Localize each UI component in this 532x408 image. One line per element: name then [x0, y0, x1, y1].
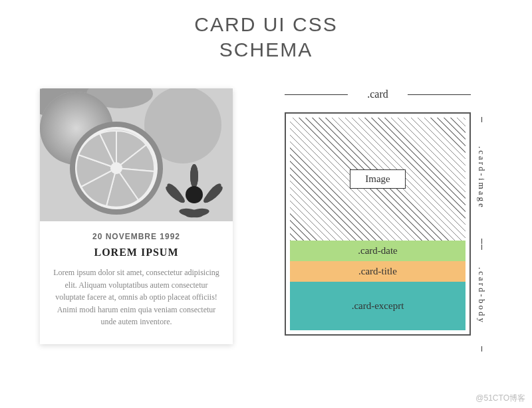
schema-excerpt-region: .card-exceprt	[290, 282, 466, 330]
page-heading: CARD UI CSS SCHEMA	[0, 12, 532, 62]
svg-point-9	[110, 162, 122, 174]
schema-box: Image .card-date .card-title .card-excep…	[285, 112, 471, 336]
schema-title-region: .card-title	[290, 261, 466, 282]
watermark: @51CTO博客	[475, 393, 525, 404]
content-row: 20 NOVEMBRE 1992 LOREM IPSUM Lorem ipsum…	[0, 62, 532, 344]
schema-diagram: .card .card-image .card-body Image .card…	[285, 88, 492, 336]
svg-point-17	[190, 164, 198, 188]
schema-side-body-label: .card-body	[476, 244, 487, 347]
svg-point-18	[186, 186, 203, 203]
schema-image-region: Image	[290, 118, 466, 241]
schema-image-label: Image	[350, 169, 405, 189]
example-card: 20 NOVEMBRE 1992 LOREM IPSUM Lorem ipsum…	[40, 88, 233, 344]
card-body: 20 NOVEMBRE 1992 LOREM IPSUM Lorem ipsum…	[40, 221, 233, 344]
card-excerpt: Lorem ipsum dolor sit amet, consectetur …	[52, 266, 221, 328]
schema-side-image-label: .card-image	[476, 116, 487, 239]
schema-date-region: .card-date	[290, 241, 466, 261]
card-image	[40, 88, 233, 221]
heading-line-2: SCHEMA	[219, 39, 313, 60]
heading-line-1: CARD UI CSS	[194, 13, 337, 35]
card-title: LOREM IPSUM	[52, 247, 221, 258]
schema-card-label: .card	[285, 88, 471, 100]
card-date: 20 NOVEMBRE 1992	[52, 232, 221, 241]
orange-photo-icon	[40, 88, 233, 221]
